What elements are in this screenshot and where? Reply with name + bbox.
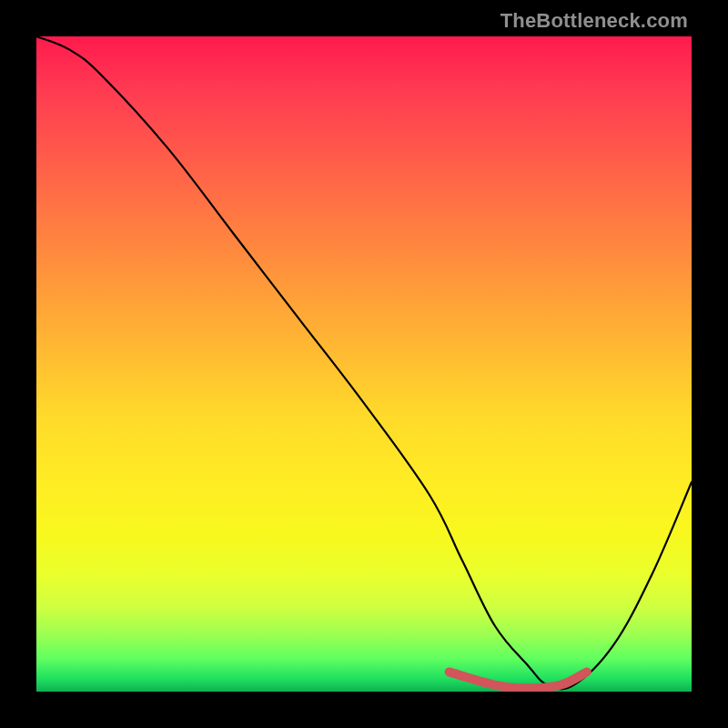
watermark-text: TheBottleneck.com [500,9,688,33]
chart-plot-area [36,36,692,692]
bottleneck-curve [36,36,692,689]
chart-svg [36,36,692,692]
chart-frame: TheBottleneck.com [0,0,728,728]
optimal-range-highlight [450,672,587,688]
